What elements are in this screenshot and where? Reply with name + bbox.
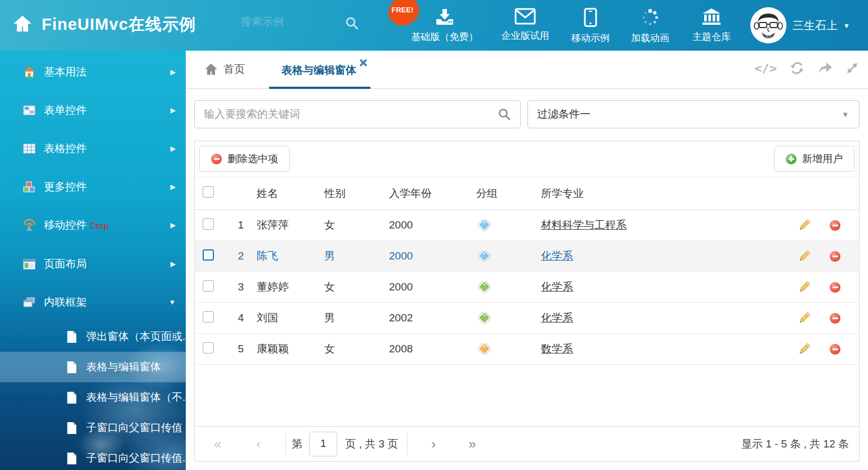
- page-number-input[interactable]: [309, 432, 337, 456]
- row-checkbox[interactable]: [203, 218, 214, 230]
- row-checkbox[interactable]: [203, 342, 214, 353]
- keyword-search-input[interactable]: [204, 108, 498, 120]
- user-avatar[interactable]: [750, 7, 786, 43]
- col-name[interactable]: 姓名: [248, 186, 321, 201]
- delete-icon[interactable]: [830, 344, 840, 355]
- nav-item-basic-edition[interactable]: 基础版（免费）: [411, 8, 478, 43]
- view-source-icon[interactable]: </>: [754, 61, 777, 75]
- delete-button-label: 删除选中项: [227, 152, 278, 165]
- edit-icon[interactable]: [798, 249, 811, 263]
- row-checkbox[interactable]: [203, 280, 214, 292]
- col-major[interactable]: 所学专业: [538, 186, 789, 201]
- bank-icon: [701, 8, 722, 26]
- sidebar-subitem-child-to-parent[interactable]: 子窗口向父窗口传值: [0, 413, 186, 443]
- nav-item-loading-animation[interactable]: 加载动画: [616, 8, 684, 44]
- sidebar-subitem-popup-window[interactable]: 弹出窗体（本页面或...: [0, 321, 186, 352]
- first-page-button[interactable]: «: [214, 436, 221, 452]
- row-checkbox[interactable]: [203, 311, 214, 323]
- app-logo[interactable]: FineUIMvc在线示例: [12, 14, 196, 36]
- table-icon: [23, 144, 36, 154]
- cell-gender: 女: [321, 218, 386, 232]
- table-row[interactable]: 5 康颖颖 女 2008 数学系: [195, 334, 859, 365]
- col-year[interactable]: 入学年份: [386, 186, 473, 201]
- major-link[interactable]: 材料科学与工程系: [541, 219, 627, 231]
- cell-gender: 男: [321, 249, 386, 263]
- sidebar-item-mobile-controls[interactable]: 移动控件 Corp. ▶: [0, 206, 186, 244]
- sidebar-item-more-controls[interactable]: 更多控件 ▶: [0, 168, 186, 206]
- nav-item-theme-store[interactable]: 主题仓库: [678, 8, 745, 43]
- cell-name: 康颖颖: [248, 342, 321, 356]
- sidebar-item-label: 移动控件: [44, 218, 87, 232]
- edit-icon[interactable]: [798, 311, 811, 325]
- expand-icon[interactable]: [845, 61, 859, 75]
- row-checkbox[interactable]: [203, 249, 214, 261]
- col-group[interactable]: 分组: [473, 186, 538, 201]
- delete-selected-button[interactable]: 删除选中项: [199, 146, 290, 172]
- tab-home[interactable]: 首页: [204, 62, 245, 77]
- major-link[interactable]: 化学系: [541, 250, 573, 262]
- tag-icon: [479, 281, 489, 292]
- table-row[interactable]: 3 董婷婷 女 2000 化学系: [195, 272, 859, 303]
- delete-icon[interactable]: [830, 220, 840, 231]
- add-user-button[interactable]: 新增用户: [774, 146, 854, 172]
- search-icon[interactable]: [498, 108, 511, 121]
- user-menu[interactable]: 三生石上 ▼: [793, 18, 850, 33]
- delete-icon[interactable]: [830, 251, 840, 262]
- header-search: [241, 16, 359, 28]
- tab-grid-edit-window[interactable]: 表格与编辑窗体: [269, 51, 370, 89]
- tag-icon: [479, 343, 489, 353]
- edit-icon[interactable]: [798, 342, 811, 356]
- edit-icon[interactable]: [798, 218, 811, 232]
- nav-label: 主题仓库: [692, 30, 731, 43]
- nav-item-mobile-demo[interactable]: 移动示例: [557, 8, 624, 44]
- chevron-down-icon: ▼: [843, 22, 850, 30]
- grid-panel: 删除选中项 新增用户 姓名 性别 入学年份 分组 所学专业 1: [194, 141, 860, 462]
- refresh-icon[interactable]: [789, 61, 805, 75]
- table-row[interactable]: 4 刘国 男 2002 化学系: [195, 303, 859, 334]
- header-search-input[interactable]: [241, 16, 331, 28]
- table-row[interactable]: 2 陈飞 男 2000 化学系: [195, 241, 859, 272]
- main-content: 首页 表格与编辑窗体 </>: [186, 51, 868, 470]
- major-link[interactable]: 化学系: [541, 312, 573, 324]
- prev-page-button[interactable]: ‹: [256, 436, 261, 452]
- nav-label: 企业版试用: [502, 29, 549, 42]
- tab-home-label: 首页: [223, 62, 245, 77]
- sidebar-item-basic-usage[interactable]: 基本用法 ▶: [0, 53, 186, 91]
- sidebar-subitem-grid-edit-window[interactable]: 表格与编辑窗体: [0, 352, 186, 382]
- pagination-bar: « ‹ 第 页 , 共 3 页 › » 显示 1 - 5 条 , 共 12 条: [195, 426, 859, 461]
- sidebar-subitem-child-to-parent-2[interactable]: 子窗口向父窗口传值...: [0, 443, 186, 470]
- nav-item-enterprise-trial[interactable]: 企业版试用: [491, 8, 559, 42]
- delete-icon[interactable]: [830, 313, 840, 324]
- row-index: 2: [223, 250, 248, 262]
- sidebar-item-page-layout[interactable]: 页面布局 ▶: [0, 245, 186, 283]
- filter-dropdown[interactable]: 过滤条件一 ▼: [527, 100, 860, 128]
- chevron-right-icon: ▶: [171, 183, 176, 191]
- sidebar-subitem-label: 弹出窗体（本页面或...: [86, 329, 191, 344]
- envelope-icon: [514, 8, 536, 25]
- sidebar-item-iframe[interactable]: 内联框架 ▼: [0, 283, 186, 321]
- cubes-icon: [23, 181, 36, 193]
- cell-name: 陈飞: [248, 249, 321, 263]
- cell-name: 董婷婷: [248, 280, 321, 294]
- major-link[interactable]: 数学系: [541, 343, 573, 355]
- sidebar-item-form-controls[interactable]: 表单控件 ▶: [0, 91, 186, 129]
- grid-toolbar: 删除选中项 新增用户: [195, 141, 859, 177]
- file-icon: [66, 391, 77, 404]
- tab-close-icon[interactable]: [360, 59, 367, 69]
- major-link[interactable]: 化学系: [541, 281, 573, 293]
- last-page-button[interactable]: »: [468, 436, 476, 452]
- chevron-right-icon: ▶: [171, 145, 176, 153]
- search-icon[interactable]: [344, 16, 359, 30]
- delete-icon[interactable]: [830, 282, 840, 293]
- select-all-checkbox[interactable]: [203, 186, 214, 198]
- share-icon[interactable]: [817, 61, 833, 75]
- col-gender[interactable]: 性别: [321, 186, 386, 201]
- free-badge-label: FREE!: [392, 6, 414, 14]
- edit-icon[interactable]: [798, 280, 811, 294]
- sidebar-item-grid-controls[interactable]: 表格控件 ▶: [0, 129, 186, 168]
- sidebar-subitem-grid-edit-window-2[interactable]: 表格与编辑窗体（不...: [0, 382, 186, 413]
- chevron-right-icon: ▶: [171, 106, 176, 114]
- chevron-down-icon: ▼: [842, 110, 849, 119]
- table-row[interactable]: 1 张萍萍 女 2000 材料科学与工程系: [195, 210, 859, 241]
- next-page-button[interactable]: ›: [431, 436, 436, 452]
